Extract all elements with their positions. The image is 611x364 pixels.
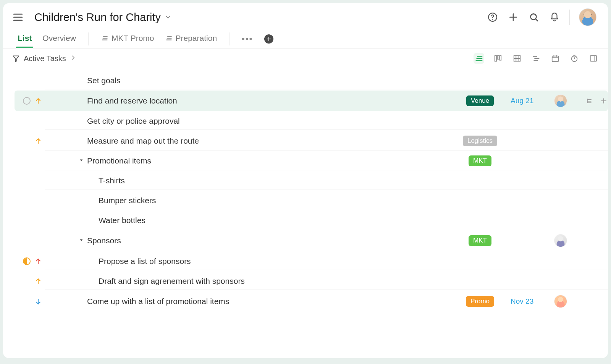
tab-label: Preparation [176,34,217,43]
tab-label: Overview [42,34,76,43]
task-name: Come up with a list of promotional items [87,297,455,306]
task-name: Measure and map out the route [87,136,455,146]
svg-rect-21 [495,56,497,61]
task-row[interactable]: Water bottles [15,210,608,230]
task-row[interactable]: Come up with a list of promotional items… [15,291,608,312]
chevron-down-icon [165,14,171,21]
tab-list[interactable]: List [12,30,37,48]
task-date[interactable]: Aug 21 [511,97,541,105]
assignee-avatar[interactable] [554,234,567,247]
tab-label: MKT Promo [112,34,154,43]
task-row[interactable]: Bumper stickers [15,191,608,210]
tab-preparation[interactable]: Preparation [160,30,223,48]
project-title-dropdown[interactable]: Children's Run for Charity [34,11,171,24]
task-name: Promotional items [87,156,455,165]
search-button[interactable] [528,11,540,23]
priority-arrow-icon[interactable] [34,298,42,306]
task-row[interactable]: Measure and map out the routeLogistics [15,131,608,151]
priority-arrow-icon[interactable] [34,277,42,285]
notifications-button[interactable] [549,11,560,23]
task-tag[interactable]: Logistics [463,136,497,146]
view-panel-button[interactable] [588,53,599,64]
svg-point-4 [492,19,493,20]
subtask-icon[interactable] [585,97,593,105]
task-name: Sponsors [87,236,455,245]
view-board-button[interactable] [493,53,503,64]
assignee-avatar[interactable] [554,295,567,308]
task-tag[interactable]: Promo [466,296,494,307]
expand-toggle[interactable] [79,238,84,243]
task-name: Water bottles [99,216,455,225]
view-gantt-button[interactable] [531,53,541,64]
svg-rect-22 [497,56,499,59]
task-row[interactable]: Get city or police approval [15,111,608,131]
tab-add-button[interactable] [264,34,273,44]
task-row[interactable]: Find and reserve locationVenueAug 21 [15,91,608,111]
tab-overview[interactable]: Overview [37,30,81,48]
task-name: Propose a list of sponsors [99,257,455,266]
svg-marker-91 [80,239,83,241]
task-name: Draft and sign agrenement with sponsors [99,277,455,286]
priority-arrow-icon[interactable] [34,257,42,265]
task-tag[interactable]: MKT [469,235,491,246]
list-icon [101,34,108,42]
task-name: Bumper stickers [99,196,455,205]
svg-rect-31 [552,56,559,62]
menu-toggle-button[interactable] [12,11,24,23]
task-name: Find and reserve location [87,96,455,105]
tab-more-button[interactable]: ••• [236,34,258,44]
tab-mkt-promo[interactable]: MKT Promo [95,30,160,48]
view-table-button[interactable] [512,53,522,64]
svg-rect-23 [500,56,501,60]
help-button[interactable] [487,11,498,23]
task-tag[interactable]: MKT [469,155,491,166]
status-open-icon[interactable] [23,97,31,105]
chevron-right-icon [70,53,77,63]
task-row[interactable]: Draft and sign agrenement with sponsors [15,271,608,291]
view-calendar-button[interactable] [550,53,561,64]
add-icon[interactable] [600,97,608,105]
priority-arrow-icon[interactable] [34,97,42,105]
view-list-button[interactable] [474,53,484,64]
filter-label: Active Tasks [24,54,66,63]
task-row[interactable]: Promotional itemsMKT [15,151,608,171]
project-title-text: Children's Run for Charity [34,11,161,24]
header-divider [569,10,570,25]
task-row[interactable]: Propose a list of sponsors [15,251,608,271]
list-icon [165,34,173,42]
view-timer-button[interactable] [569,53,580,64]
current-user-avatar[interactable] [579,8,596,26]
task-tag[interactable]: Venue [466,95,494,106]
svg-marker-66 [80,159,83,161]
task-name: T-shirts [99,176,455,185]
status-half-icon[interactable] [23,257,31,265]
tab-label: List [18,34,32,43]
task-row[interactable]: T-shirts [15,171,608,191]
task-name: Get city or police approval [87,116,455,126]
filter-icon [12,55,20,62]
filter-active-tasks[interactable]: Active Tasks [12,53,77,63]
tab-separator [88,32,89,45]
tab-separator [229,32,230,45]
expand-toggle[interactable] [79,158,84,163]
svg-rect-38 [590,56,597,61]
assignee-avatar[interactable] [554,94,567,107]
task-row[interactable]: Set goals [15,71,608,91]
task-name: Set goals [87,76,455,85]
svg-marker-17 [13,56,19,61]
priority-arrow-icon[interactable] [34,137,42,145]
task-date[interactable]: Nov 23 [511,297,541,306]
add-button[interactable] [508,11,519,23]
svg-line-8 [536,19,538,21]
task-row[interactable]: SponsorsMKT [15,230,608,251]
